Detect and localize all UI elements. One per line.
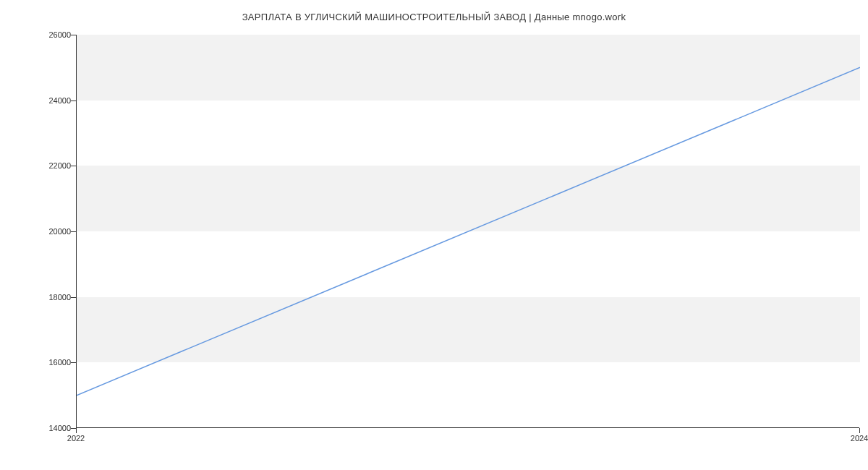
- y-tick-label: 18000: [48, 293, 71, 302]
- salary-line: [77, 67, 860, 395]
- x-tick-mark: [859, 428, 860, 433]
- plot-area: [76, 35, 859, 428]
- y-tick-mark: [71, 428, 76, 429]
- y-tick-mark: [71, 101, 76, 101]
- y-tick-label: 22000: [48, 161, 71, 170]
- x-tick-label: 2024: [851, 434, 868, 443]
- x-tick-label: 2022: [67, 434, 85, 443]
- y-tick-label: 20000: [48, 227, 71, 236]
- x-tick-mark: [76, 428, 77, 433]
- y-tick-label: 26000: [48, 30, 71, 39]
- y-tick-label: 14000: [48, 424, 71, 432]
- y-tick-label: 24000: [48, 96, 71, 105]
- chart-title: ЗАРПЛАТА В УГЛИЧСКИЙ МАШИНОСТРОИТЕЛЬНЫЙ …: [0, 12, 868, 22]
- y-tick-mark: [71, 231, 76, 232]
- y-tick-label: 16000: [48, 358, 71, 367]
- line-series: [77, 35, 860, 428]
- y-tick-mark: [71, 35, 76, 35]
- y-tick-mark: [71, 297, 76, 298]
- y-tick-mark: [71, 166, 76, 166]
- y-tick-mark: [71, 362, 76, 363]
- salary-chart: ЗАРПЛАТА В УГЛИЧСКИЙ МАШИНОСТРОИТЕЛЬНЫЙ …: [0, 0, 868, 470]
